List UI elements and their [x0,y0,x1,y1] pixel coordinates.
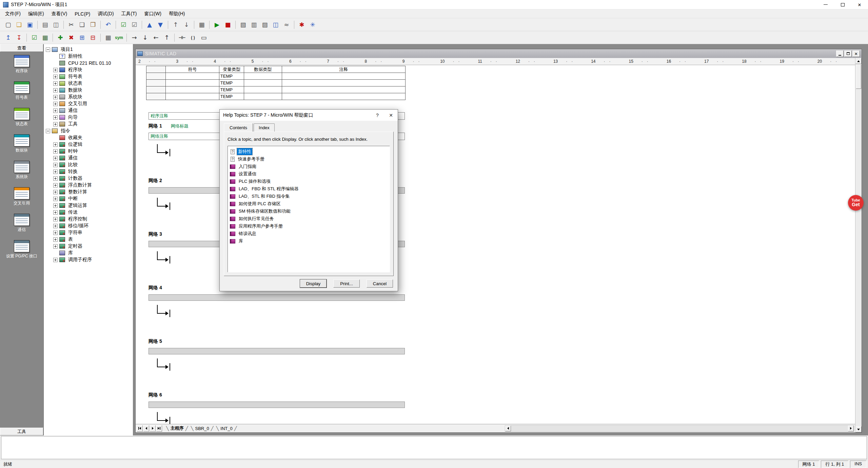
tree-item[interactable]: 调用子程序 [44,256,133,263]
expand-icon[interactable] [53,75,58,79]
tree-item[interactable]: 整数计算 [44,189,133,195]
first-tab-button[interactable] [137,425,143,432]
scroll-left-button[interactable] [505,426,511,431]
symbol-cell[interactable] [166,73,219,80]
row-header-cell[interactable] [146,93,166,100]
ladder-entry[interactable] [155,358,171,375]
last-tab-button[interactable] [156,425,162,432]
options-button[interactable]: ▦ [197,20,207,30]
menu-item[interactable]: 帮助(H) [165,10,189,18]
tubeget-badge[interactable]: Tube Get [848,195,864,211]
expand-icon[interactable] [53,156,58,160]
compile-all-button[interactable]: ☑ [129,20,139,30]
run-button[interactable]: ▶ [212,20,222,30]
menu-item[interactable]: 调试(D) [94,10,117,18]
tree-item[interactable]: 项目1 [44,46,133,53]
expand-icon[interactable] [53,149,58,154]
vertical-scrollbar[interactable] [855,58,862,432]
local-variable-table[interactable]: 符号变量类型数据类型注释 TEMPTEMPTEMPTEMP [146,66,406,100]
table-row[interactable]: TEMP [146,93,406,100]
plc-upload-button[interactable]: ↥ [3,33,13,43]
download-button[interactable]: ▼ [155,20,165,30]
menu-item[interactable]: 编辑(E) [24,10,48,18]
data-type-cell[interactable] [244,93,282,100]
insert-coil-button[interactable]: ( ) [188,33,198,43]
expand-icon[interactable] [53,224,58,228]
scroll-up-button[interactable] [855,58,862,64]
single-read-button[interactable]: ≈ [281,20,292,30]
tree-item[interactable]: 通信 [44,155,133,161]
expand-icon[interactable] [53,88,58,93]
tree-item[interactable]: 时钟 [44,148,133,155]
network-comment-bar[interactable] [149,348,405,354]
expand-icon[interactable] [53,122,58,126]
minimize-button[interactable] [817,0,834,9]
tree-item[interactable]: 比较 [44,161,133,168]
ladder-entry[interactable] [155,198,171,215]
expand-icon[interactable] [53,176,58,181]
tree-item[interactable]: 程序块 [44,66,133,73]
topic-item[interactable]: 入门指南 [229,163,389,170]
line-down-button[interactable]: ↓ [140,33,150,43]
topic-item[interactable]: 错误讯息 [229,230,389,237]
insert-contact-button[interactable]: ⊣⊢ [177,33,187,43]
line-right-button[interactable]: → [129,33,139,43]
menu-item[interactable]: 查看(V) [48,10,71,18]
tree-item[interactable]: 浮点数计算 [44,182,133,189]
tree-item[interactable]: 通信 [44,107,133,114]
comment-cell[interactable] [282,80,405,86]
expand-icon[interactable] [53,244,58,249]
paste-button[interactable]: ❒ [88,20,98,30]
maximize-button[interactable] [834,0,851,9]
pause-status-chart-button[interactable]: ◫ [271,20,281,30]
save-button[interactable]: ▣ [25,20,35,30]
view-bar-header[interactable]: 查看 [0,44,43,52]
prev-tab-button[interactable] [143,425,149,432]
tree-item[interactable]: 逻辑运算 [44,202,133,209]
expand-icon[interactable] [53,203,58,208]
topic-item[interactable]: 如何执行常见任务 [229,215,389,222]
sort-ascending-button[interactable]: ↑ [171,20,181,30]
toggle-symbols-button[interactable]: sym [114,33,124,43]
expand-icon[interactable] [53,109,58,113]
sidebar-item-symbol-table[interactable]: 符号表 [0,78,43,105]
pou-tab[interactable]: INT_0 [215,424,238,432]
next-tab-button[interactable] [150,425,156,432]
unforce-button[interactable]: ✳ [308,20,318,30]
expand-icon[interactable] [53,258,58,262]
lad-close-button[interactable] [852,51,860,57]
row-header-cell[interactable] [146,86,166,93]
display-button[interactable]: Display [300,279,327,288]
table-row[interactable]: TEMP [146,86,406,93]
expand-icon[interactable] [53,183,58,188]
vertical-scroll-thumb[interactable] [856,64,861,89]
print-button[interactable]: ▤ [40,20,50,30]
sidebar-item-program-block[interactable]: 程序块 [0,52,43,78]
comment-cell[interactable] [282,86,405,93]
insert-row-button[interactable]: ✚ [55,33,65,43]
symbolic-addressing-button[interactable]: ☑ [29,33,39,43]
ladder-entry[interactable] [155,144,171,161]
scroll-right-button[interactable] [848,426,854,431]
line-left-button[interactable]: ← [151,33,161,43]
open-project-button[interactable]: ❑ [14,20,24,30]
expand-icon[interactable] [53,170,58,174]
cut-button[interactable]: ✂ [66,20,76,30]
topic-item[interactable]: 如何使用 PLC 存储区 [229,200,389,208]
tree-item[interactable]: CPU 221 REL 01.10 [44,60,133,66]
new-project-button[interactable]: ▢ [3,20,13,30]
expand-icon[interactable] [53,190,58,194]
tree-item[interactable]: 交叉引用 [44,100,133,107]
print-preview-button[interactable]: ◫ [51,20,61,30]
tree-item[interactable]: 新特性 [44,53,133,60]
expand-icon[interactable] [53,115,58,120]
table-row[interactable]: TEMP [146,80,406,86]
sidebar-item-system-block[interactable]: 系统块 [0,158,43,184]
expand-icon[interactable] [53,217,58,221]
ladder-entry[interactable] [155,251,171,268]
pou-tab[interactable]: SBR_0 [190,424,215,432]
data-type-cell[interactable] [244,80,282,86]
var-type-cell[interactable]: TEMP [219,73,244,80]
expand-icon[interactable] [53,210,58,215]
sidebar-item-communications[interactable]: 通信 [0,211,43,237]
